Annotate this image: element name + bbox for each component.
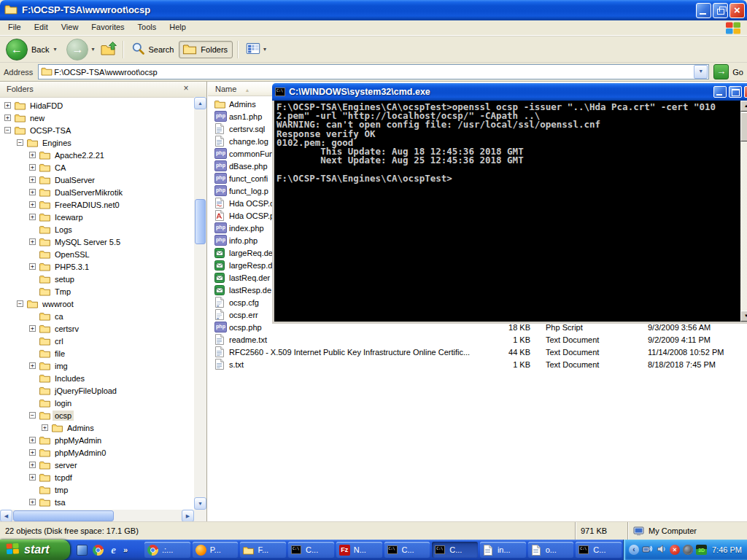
taskbar-button-8[interactable]: in...: [480, 542, 526, 558]
cmd-scrollbar[interactable]: ▲ ▼: [740, 101, 747, 322]
tree-item-setup[interactable]: setup: [0, 273, 194, 285]
expand-icon[interactable]: +: [29, 189, 36, 195]
expand-icon[interactable]: +: [29, 499, 36, 505]
cmd-maximize-button[interactable]: [729, 86, 742, 98]
scroll-down-icon[interactable]: ▼: [194, 497, 206, 510]
expand-icon[interactable]: +: [29, 462, 36, 468]
scrollbar-thumb[interactable]: [13, 510, 114, 521]
address-field[interactable]: ▼: [38, 64, 709, 79]
tree-item-ocsp-tsa[interactable]: −OCSP-TSA: [0, 124, 194, 136]
network-icon[interactable]: [642, 544, 654, 556]
expand-icon[interactable]: +: [29, 263, 36, 270]
tree-horizontal-scrollbar[interactable]: ◀ ▶: [0, 510, 194, 522]
tree-item-img[interactable]: +img: [0, 359, 194, 372]
tree-item-phpmyadmin[interactable]: +phpMyAdmin: [0, 434, 194, 446]
up-folder-icon[interactable]: [101, 41, 118, 58]
tree-item-php5-3-1[interactable]: +PHP5.3.1: [0, 260, 194, 273]
tree-item-certsrv[interactable]: +certsrv: [0, 322, 194, 335]
taskbar-button-5[interactable]: FzN...: [336, 542, 382, 558]
start-button[interactable]: start: [0, 540, 70, 560]
expand-icon[interactable]: +: [29, 437, 36, 443]
file-row-rfc2560-x-509-internet-public-key-infrastructure-online-certific[interactable]: RFC2560 - X.509 Internet Public Key Infr…: [208, 346, 747, 358]
tree-item-server[interactable]: +server: [0, 459, 194, 471]
minimize-button[interactable]: [696, 3, 711, 18]
forward-dropdown-icon[interactable]: ▾: [91, 46, 94, 52]
chrome-icon[interactable]: [93, 545, 104, 556]
taskbar-button-2[interactable]: P...: [193, 542, 239, 558]
expand-icon[interactable]: +: [29, 474, 36, 481]
address-dropdown-icon[interactable]: ▼: [694, 65, 708, 79]
quick-launch-overflow-icon[interactable]: »: [123, 545, 128, 554]
expand-icon[interactable]: +: [29, 238, 36, 245]
tree-item-tcpdf[interactable]: +tcpdf: [0, 471, 194, 483]
tree-item-wwwroot[interactable]: −wwwroot: [0, 298, 194, 310]
collapse-icon[interactable]: −: [17, 300, 23, 307]
expand-icon[interactable]: +: [29, 201, 36, 208]
expand-icon[interactable]: +: [29, 164, 36, 171]
explorer-titlebar[interactable]: F:\OCSP-TSA\wwwroot\ocsp ×: [0, 0, 747, 20]
expand-icon[interactable]: +: [42, 424, 48, 431]
cmd-close-button[interactable]: ×: [744, 86, 747, 98]
tree-vertical-scrollbar[interactable]: ▲ ▼: [194, 97, 206, 510]
expand-icon[interactable]: +: [29, 325, 36, 332]
tree-item-freeradius-net0[interactable]: +FreeRADIUS.net0: [0, 198, 194, 211]
close-button[interactable]: ×: [729, 3, 745, 18]
tree-item-tsa[interactable]: +tsa: [0, 496, 194, 508]
tree-item-openssl[interactable]: OpenSSL: [0, 248, 194, 260]
taskbar-button-10[interactable]: C:\C...: [576, 542, 622, 558]
back-icon[interactable]: ←: [6, 39, 28, 61]
folders-button[interactable]: Folders: [179, 41, 233, 58]
address-input[interactable]: [53, 66, 694, 78]
collapse-icon[interactable]: −: [17, 139, 23, 146]
expand-icon[interactable]: +: [29, 152, 36, 158]
cmd-titlebar[interactable]: C:\ C:\WINDOWS\system32\cmd.exe ×: [272, 83, 747, 101]
tree-item-engines[interactable]: −Engines: [0, 136, 194, 149]
scrollbar-thumb[interactable]: [740, 112, 747, 141]
file-row-readme-txt[interactable]: readme.txt1 KBText Document9/2/2009 4:11…: [208, 333, 747, 346]
taskbar-button-4[interactable]: C:\C...: [288, 542, 334, 558]
taskbar-button-6[interactable]: C:\C...: [384, 542, 430, 558]
taskbar-button-7[interactable]: C:\C...: [432, 542, 478, 558]
back-dropdown-icon[interactable]: ▾: [53, 46, 56, 52]
tree-item-crl[interactable]: crl: [0, 335, 194, 347]
show-desktop-icon[interactable]: [77, 545, 88, 556]
tree-item-phpmyadmin0[interactable]: +phpMyAdmin0: [0, 446, 194, 459]
taskbar-button-1[interactable]: .:...: [144, 542, 190, 558]
tree-item-dualserver[interactable]: +DualServer: [0, 174, 194, 186]
menu-file[interactable]: File: [1, 20, 28, 31]
tree-item-admins[interactable]: +Admins: [0, 421, 194, 434]
scroll-up-icon[interactable]: ▲: [740, 101, 747, 112]
tree-item-ca[interactable]: +CA: [0, 161, 194, 174]
menu-favorites[interactable]: Favorites: [85, 20, 131, 31]
taskbar-button-9[interactable]: o...: [528, 542, 574, 558]
tree-item-new[interactable]: +new: [0, 112, 194, 124]
menu-tools[interactable]: Tools: [131, 20, 163, 31]
tree-item-ocsp[interactable]: −ocsp: [0, 409, 194, 421]
console[interactable]: F:\OCSP-TSA\Engines\CA\ocspTest>openssl …: [274, 101, 740, 322]
tree-item-includes[interactable]: Includes: [0, 372, 194, 384]
menu-view[interactable]: View: [55, 20, 85, 31]
tree-item-dualservermikrotik[interactable]: +DualServerMikrotik: [0, 186, 194, 198]
tray-clock[interactable]: 7:46 PM: [712, 545, 742, 554]
tree-item-apache2-2-21[interactable]: +Apache2.2.21: [0, 149, 194, 161]
cmd-minimize-button[interactable]: [713, 86, 727, 98]
tree-item-login[interactable]: login: [0, 397, 194, 409]
expand-icon[interactable]: +: [29, 176, 36, 183]
scroll-down-icon[interactable]: ▼: [740, 311, 747, 322]
xara-3d-icon[interactable]: 3D: [696, 545, 707, 555]
views-button[interactable]: ▾: [242, 40, 273, 58]
menu-edit[interactable]: Edit: [28, 20, 55, 31]
tree-item-tmp[interactable]: Tmp: [0, 285, 194, 298]
tree-item-tmp[interactable]: tmp: [0, 483, 194, 496]
expand-icon[interactable]: +: [29, 362, 36, 369]
tree-item-logs[interactable]: Logs: [0, 223, 194, 236]
expand-icon[interactable]: +: [29, 214, 36, 220]
volume-icon[interactable]: [657, 544, 667, 556]
scrollbar-thumb[interactable]: [195, 199, 206, 244]
menu-help[interactable]: Help: [163, 20, 193, 31]
taskbar-button-3[interactable]: F...: [240, 542, 286, 558]
scroll-up-icon[interactable]: ▲: [194, 97, 206, 109]
search-button[interactable]: Search: [128, 39, 179, 59]
file-row-s-txt[interactable]: s.txt1 KBText Document8/18/2018 7:45 PM: [208, 358, 747, 370]
tree-item-ca[interactable]: ca: [0, 310, 194, 322]
